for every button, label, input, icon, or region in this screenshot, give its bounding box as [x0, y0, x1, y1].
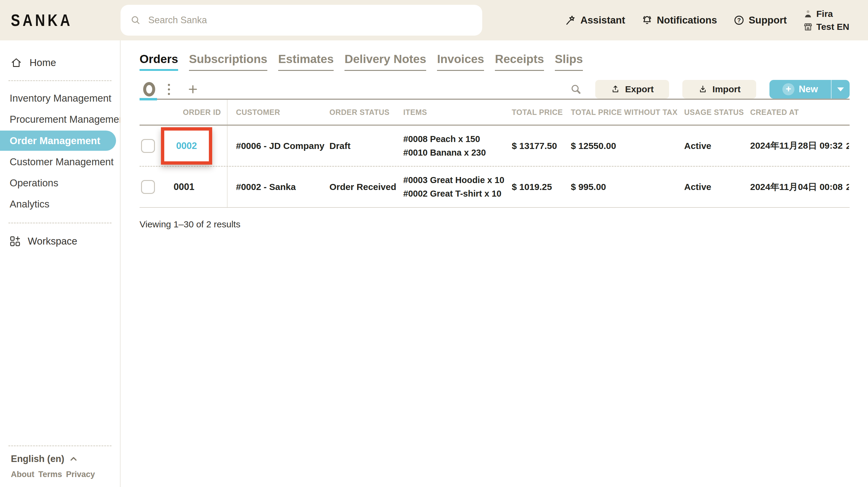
- sidebar-item-home[interactable]: Home: [0, 53, 120, 72]
- sidebar-item-operations[interactable]: Operations: [0, 173, 120, 193]
- order-id-cell: 0002: [164, 126, 227, 166]
- order-id-link[interactable]: 0002: [176, 141, 197, 151]
- column-header-created-at[interactable]: CREATED AT: [750, 108, 849, 117]
- table-row: 0002 #0006 - JD Company Draft #0008 Peac…: [140, 126, 849, 167]
- sidebar-item-order-management[interactable]: Order Management: [0, 130, 116, 151]
- assistant-label: Assistant: [581, 14, 625, 26]
- view-tab-icon[interactable]: [143, 82, 155, 96]
- column-header-order-id[interactable]: ORDER ID: [164, 100, 227, 125]
- language-label: English (en): [11, 454, 64, 464]
- column-header-total-price[interactable]: TOTAL PRICE: [512, 108, 571, 117]
- usage-status-cell: Active: [684, 141, 750, 151]
- row-checkbox[interactable]: [141, 180, 155, 194]
- workspace-menu[interactable]: Test EN: [803, 22, 849, 32]
- footer-links: About Terms Privacy: [11, 470, 120, 479]
- export-icon: [611, 85, 620, 94]
- tab-delivery-notes[interactable]: Delivery Notes: [344, 53, 426, 71]
- table-header-row: ORDER ID CUSTOMER ORDER STATUS ITEMS TOT…: [140, 100, 849, 126]
- total-price-without-tax-cell: $ 995.00: [571, 182, 684, 192]
- export-button[interactable]: Export: [595, 80, 669, 99]
- sidebar-item-inventory-management[interactable]: Inventory Management: [0, 88, 120, 109]
- total-price-without-tax-cell: $ 12550.00: [571, 141, 684, 151]
- tab-receipts[interactable]: Receipts: [495, 53, 544, 71]
- import-button[interactable]: Import: [682, 80, 756, 99]
- new-button: + New: [770, 80, 849, 99]
- sidebar: Home Inventory Management Procurement Ma…: [0, 40, 121, 487]
- orders-table: ORDER ID CUSTOMER ORDER STATUS ITEMS TOT…: [140, 100, 849, 208]
- support-label: Support: [749, 14, 786, 26]
- sidebar-nav: Inventory Management Procurement Managem…: [0, 88, 120, 215]
- about-link[interactable]: About: [11, 470, 34, 479]
- table-row: 0001 #0002 - Sanka Order Received #0003 …: [140, 167, 849, 208]
- column-header-items[interactable]: ITEMS: [403, 108, 512, 117]
- tab-estimates[interactable]: Estimates: [278, 53, 334, 71]
- notifications-label: Notifications: [657, 14, 717, 26]
- new-button-dropdown[interactable]: [832, 80, 849, 99]
- tab-slips[interactable]: Slips: [555, 53, 583, 71]
- item-line: #0002 Great T-shirt x 10: [403, 187, 512, 201]
- order-status-cell: Order Received: [330, 182, 403, 192]
- total-price-cell: $ 1019.25: [512, 182, 571, 192]
- chevron-up-icon: [69, 454, 78, 463]
- view-options-kebab-icon[interactable]: [168, 84, 170, 95]
- tab-invoices[interactable]: Invoices: [437, 53, 484, 71]
- row-select-cell: [140, 139, 164, 153]
- order-status-cell: Draft: [330, 141, 403, 151]
- sanka-logo: SANKA: [11, 11, 73, 30]
- row-checkbox[interactable]: [141, 139, 155, 153]
- sidebar-item-customer-management[interactable]: Customer Management: [0, 151, 120, 173]
- column-header-usage-status[interactable]: USAGE STATUS: [684, 108, 750, 117]
- new-button-main[interactable]: + New: [770, 80, 831, 99]
- order-id-link[interactable]: 0001: [164, 182, 194, 192]
- search-icon: [130, 15, 141, 26]
- document-tabs: Orders Subscriptions Estimates Delivery …: [140, 53, 868, 71]
- toolbar-actions: Export Import + New: [570, 80, 849, 99]
- order-id-cell: 0001: [164, 167, 227, 207]
- clipped-next-column: 2: [846, 141, 849, 151]
- table-search-icon[interactable]: [570, 83, 582, 95]
- item-line: #0008 Peach x 150: [403, 132, 512, 146]
- import-icon: [698, 85, 708, 94]
- created-at-cell: 2024年11月04日 00:08: [750, 181, 849, 193]
- column-header-total-price-without-tax[interactable]: TOTAL PRICE WITHOUT TAX: [571, 108, 684, 117]
- sidebar-item-workspace[interactable]: Workspace: [0, 230, 120, 252]
- item-line: #0010 Banana x 230: [403, 146, 512, 159]
- table-toolbar: Export Import + New: [140, 80, 849, 100]
- assistant-button[interactable]: Assistant: [565, 14, 625, 26]
- search-input[interactable]: [148, 14, 461, 26]
- sidebar-footer: English (en) About Terms Privacy: [0, 437, 120, 487]
- help-icon: ?: [733, 14, 745, 26]
- user-name: Fira: [816, 9, 833, 19]
- home-label: Home: [30, 57, 56, 68]
- privacy-link[interactable]: Privacy: [66, 470, 95, 479]
- language-selector[interactable]: English (en): [11, 454, 120, 464]
- column-header-order-status[interactable]: ORDER STATUS: [330, 108, 403, 117]
- tab-subscriptions[interactable]: Subscriptions: [189, 53, 267, 71]
- column-header-customer[interactable]: CUSTOMER: [227, 108, 330, 117]
- item-line: #0003 Great Hoodie x 10: [403, 173, 512, 187]
- add-view-button[interactable]: [187, 83, 199, 95]
- new-label: New: [799, 84, 818, 95]
- export-label: Export: [625, 84, 654, 94]
- highlight-box: 0002: [161, 127, 212, 165]
- support-button[interactable]: ? Support: [733, 14, 786, 26]
- sidebar-item-procurement-management[interactable]: Procurement Management: [0, 109, 120, 130]
- tab-orders[interactable]: Orders: [140, 53, 178, 71]
- user-menu[interactable]: Fira: [803, 9, 849, 19]
- customer-cell: #0002 - Sanka: [227, 182, 330, 192]
- customer-cell: #0006 - JD Company: [227, 141, 330, 151]
- workspace-name: Test EN: [816, 22, 849, 32]
- results-count: Viewing 1–30 of 2 results: [140, 219, 868, 230]
- workspace-label: Workspace: [28, 236, 77, 247]
- svg-text:?: ?: [737, 17, 741, 24]
- person-icon: [803, 9, 813, 19]
- plus-icon: +: [782, 83, 795, 95]
- workspace-grid-icon: [9, 235, 21, 247]
- sidebar-divider: [8, 80, 112, 81]
- storefront-icon: [803, 22, 813, 32]
- terms-link[interactable]: Terms: [38, 470, 62, 479]
- sidebar-item-analytics[interactable]: Analytics: [0, 193, 120, 215]
- global-search[interactable]: [121, 5, 482, 36]
- notifications-button[interactable]: Notifications: [641, 14, 717, 26]
- sidebar-divider: [8, 446, 112, 446]
